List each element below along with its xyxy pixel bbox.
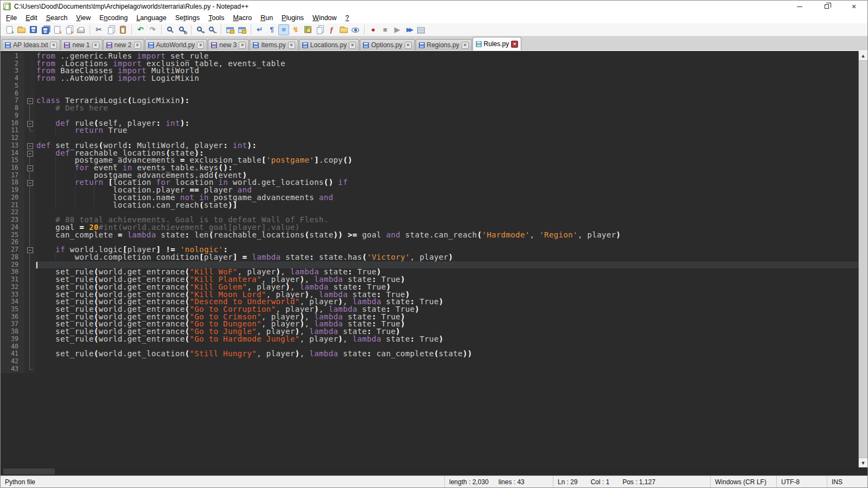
save-all-icon[interactable] bbox=[40, 24, 50, 35]
fold-collapse-icon[interactable] bbox=[24, 164, 35, 172]
zoom-in-icon[interactable]: + bbox=[195, 24, 206, 35]
tab-options-py[interactable]: Options.py× bbox=[360, 39, 414, 50]
code-line-4[interactable]: 4from ..AutoWorld import LogicMixin bbox=[1, 75, 858, 82]
tab-close-icon[interactable]: × bbox=[197, 42, 204, 49]
vertical-scrollbar-thumb[interactable] bbox=[859, 60, 867, 458]
paste-icon[interactable] bbox=[117, 24, 128, 35]
undo-icon[interactable]: ↶ bbox=[135, 24, 146, 35]
zoom-out-icon[interactable]: − bbox=[207, 24, 218, 35]
tab-locations-py[interactable]: Locations.py× bbox=[299, 39, 359, 50]
copy-icon[interactable] bbox=[105, 24, 116, 35]
restore-button[interactable] bbox=[813, 1, 840, 12]
scroll-up-button[interactable]: ▲ bbox=[859, 51, 867, 60]
function-list-icon[interactable]: ƒ bbox=[326, 24, 337, 35]
tab-new-1[interactable]: new 1× bbox=[61, 39, 102, 50]
new-file-icon[interactable]: + bbox=[4, 24, 15, 35]
toolbar-separator bbox=[221, 25, 221, 35]
tab-close-icon[interactable]: × bbox=[462, 42, 469, 49]
document-list-icon[interactable] bbox=[314, 24, 325, 35]
vertical-scrollbar[interactable]: ▲ ▼ bbox=[858, 51, 867, 467]
tab-close-icon[interactable]: × bbox=[511, 41, 518, 48]
code-line-43[interactable]: 43 bbox=[1, 365, 858, 373]
code-line-11[interactable]: 11 return True bbox=[1, 127, 858, 134]
code-line-5[interactable]: 5 bbox=[1, 82, 858, 90]
show-all-characters-icon[interactable]: ¶ bbox=[266, 24, 277, 35]
window-close-button[interactable]: × bbox=[840, 1, 867, 12]
fold-collapse-icon[interactable] bbox=[24, 97, 35, 105]
menu-item-tools[interactable]: Tools bbox=[204, 13, 228, 23]
find-icon[interactable] bbox=[165, 24, 176, 35]
macro-run-multiple-icon[interactable]: ▶▶ bbox=[404, 24, 414, 35]
code-line-7[interactable]: 7class TerrariaLogic(LogicMixin): bbox=[1, 97, 858, 105]
menu-item-language[interactable]: Language bbox=[132, 13, 171, 23]
word-wrap-icon[interactable]: ↵ bbox=[254, 24, 265, 35]
redo-icon[interactable]: ↷ bbox=[147, 24, 158, 35]
fold-collapse-icon[interactable] bbox=[24, 179, 35, 187]
tab-close-icon[interactable]: × bbox=[134, 42, 141, 49]
macro-play-icon[interactable]: ▶ bbox=[392, 24, 403, 35]
monitoring-icon[interactable] bbox=[350, 24, 361, 35]
tab-autoworld-py[interactable]: AutoWorld.py× bbox=[145, 39, 208, 50]
code-line-41[interactable]: 41 set_rule(world.get_location("Still Hu… bbox=[1, 350, 858, 358]
menu-item-window[interactable]: Window bbox=[308, 13, 341, 23]
code-line-25[interactable]: 25 can_complete = lambda state: len(reac… bbox=[1, 232, 858, 239]
menu-item-view[interactable]: View bbox=[72, 13, 95, 23]
tab-regions-py[interactable]: Regions.py× bbox=[416, 39, 472, 50]
code-line-42[interactable]: 42 bbox=[1, 358, 858, 365]
function-completion-icon[interactable]: ↯ bbox=[290, 24, 301, 35]
horizontal-scrollbar-thumb[interactable] bbox=[3, 468, 55, 474]
code-line-10[interactable]: 10 def rule(self, player: int): bbox=[1, 120, 858, 127]
code-line-39[interactable]: 39 set_rule(world.get_entrance("Go to Ha… bbox=[1, 336, 858, 343]
cut-icon[interactable]: ✂ bbox=[93, 24, 104, 35]
macro-stop-icon[interactable]: ■ bbox=[380, 24, 391, 35]
code-line-28[interactable]: 28 world.completion_condition[player] = … bbox=[1, 254, 858, 261]
code-line-8[interactable]: 8 # Defs here bbox=[1, 105, 858, 112]
tab-new-3[interactable]: new 3× bbox=[208, 39, 249, 50]
code-area[interactable]: 1from ..generic.Rules import set_rule2fr… bbox=[1, 51, 858, 467]
fold-collapse-icon[interactable] bbox=[24, 150, 35, 157]
sync-horizontal-scroll-icon[interactable] bbox=[237, 24, 247, 35]
menu-item-settings[interactable]: Settings bbox=[171, 13, 204, 23]
fold-collapse-icon[interactable] bbox=[24, 142, 35, 150]
tab-close-icon[interactable]: × bbox=[50, 42, 57, 49]
close-icon[interactable]: × bbox=[52, 24, 62, 35]
macro-save-icon[interactable] bbox=[416, 24, 426, 35]
tab-ap-ideas-txt[interactable]: AP Ideas.txt× bbox=[2, 39, 60, 50]
document-map-icon[interactable] bbox=[302, 24, 313, 35]
close-all-icon[interactable]: × bbox=[63, 24, 74, 35]
tab-close-icon[interactable]: × bbox=[349, 42, 356, 49]
tab-new-2[interactable]: new 2× bbox=[103, 39, 144, 50]
tab-label: AutoWorld.py bbox=[156, 41, 195, 49]
horizontal-scrollbar[interactable] bbox=[1, 467, 867, 476]
replace-icon[interactable]: b bbox=[177, 24, 188, 35]
sync-vertical-scroll-icon[interactable] bbox=[225, 24, 235, 35]
open-file-icon[interactable] bbox=[16, 24, 27, 35]
menu-item-encoding[interactable]: Encoding bbox=[95, 13, 132, 23]
print-icon[interactable] bbox=[75, 24, 86, 35]
fold-collapse-icon[interactable] bbox=[24, 120, 35, 127]
menu-item-plugins[interactable]: Plugins bbox=[277, 13, 308, 23]
scroll-down-button[interactable]: ▼ bbox=[859, 458, 867, 467]
code-line-21[interactable]: 21 location.can_reach(state)] bbox=[1, 202, 858, 209]
menu-item-search[interactable]: Search bbox=[42, 13, 72, 23]
menu-item-run[interactable]: Run bbox=[256, 13, 277, 23]
menu-item-file[interactable]: File bbox=[2, 13, 21, 23]
menu-item-edit[interactable]: Edit bbox=[21, 13, 42, 23]
line-number: 17 bbox=[1, 172, 24, 179]
saved-file-icon bbox=[253, 42, 259, 48]
tab-close-icon[interactable]: × bbox=[405, 42, 412, 49]
tab-label: Locations.py bbox=[310, 41, 347, 49]
minimize-button[interactable] bbox=[786, 1, 813, 12]
tab-close-icon[interactable]: × bbox=[288, 42, 295, 49]
folder-as-workspace-icon[interactable] bbox=[338, 24, 349, 35]
menu-item-macro[interactable]: Macro bbox=[228, 13, 256, 23]
menu-item-help[interactable]: ? bbox=[341, 13, 354, 23]
indent-guide-icon[interactable]: ≡ bbox=[278, 24, 289, 35]
tab-rules-py[interactable]: Rules.py× bbox=[473, 37, 522, 50]
tab-items-py[interactable]: Items.py× bbox=[250, 39, 298, 50]
tab-close-icon[interactable]: × bbox=[92, 42, 99, 49]
tab-close-icon[interactable]: × bbox=[239, 42, 246, 49]
macro-record-icon[interactable]: ● bbox=[368, 24, 379, 35]
save-icon[interactable] bbox=[28, 24, 39, 35]
fold-collapse-icon[interactable] bbox=[24, 246, 35, 254]
